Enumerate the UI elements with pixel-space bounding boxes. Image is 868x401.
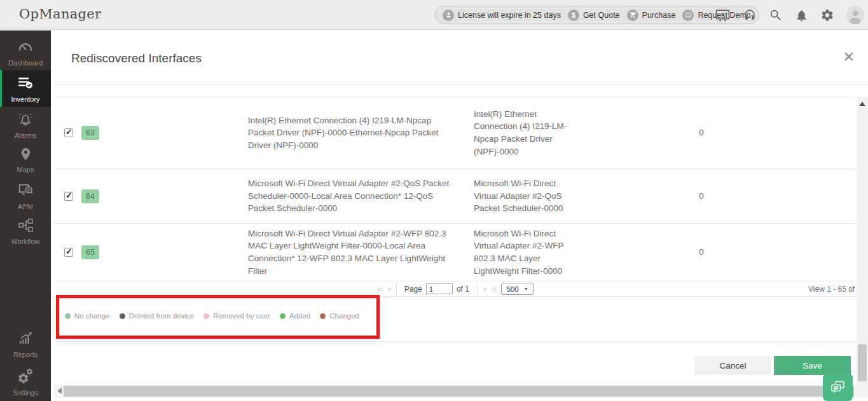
interface-name-cell: Microsoft Wi-Fi Direct Virtual Adapter #…: [248, 177, 453, 215]
page-size-value: 500: [506, 285, 518, 293]
sidebar-spacer: [0, 249, 51, 325]
map-pin-icon: [18, 147, 33, 164]
settings-gear-icon[interactable]: [820, 8, 834, 22]
horizontal-scrollbar[interactable]: [54, 384, 868, 398]
legend-item: Deleted from device: [120, 312, 194, 320]
gauge-icon: [17, 38, 34, 57]
legend-label: Removed by user: [213, 312, 270, 320]
divider: [54, 341, 868, 342]
search-icon[interactable]: [769, 8, 783, 22]
display-name-cell: Microsoft Wi-Fi Direct Virtual Adapter #…: [474, 228, 581, 277]
row-checkbox[interactable]: [64, 128, 73, 137]
sidebar-label: Reports: [13, 351, 38, 358]
sidebar-item-maps[interactable]: Maps: [0, 142, 51, 178]
close-icon[interactable]: ×: [843, 47, 855, 66]
last-page-icon[interactable]: »|: [492, 285, 497, 294]
page-label: Page: [404, 285, 422, 294]
scroll-up-icon[interactable]: [859, 102, 865, 106]
avatar[interactable]: [846, 6, 864, 24]
opmanager-app: OpManager License will expire in 25 days…: [0, 0, 868, 401]
sidebar-label: Dashboard: [8, 59, 43, 67]
index-badge: 63: [81, 126, 99, 140]
sidebar-item-apm[interactable]: APM: [0, 178, 51, 214]
sidebar-item-inventory[interactable]: Inventory: [0, 70, 51, 107]
notifications-bell-icon[interactable]: [795, 9, 808, 22]
chat-button[interactable]: [823, 374, 853, 401]
first-page-icon[interactable]: |«: [377, 285, 382, 294]
app-logo[interactable]: OpManager: [19, 6, 101, 22]
table-row: 63 Intel(R) Ethernet Connection (4) I219…: [54, 97, 857, 169]
legend-item: Removed by user: [203, 312, 270, 320]
apm-monitor-icon: [17, 182, 34, 201]
chevron-down-icon: ▼: [524, 287, 528, 291]
sidebar-label: APM: [18, 203, 33, 210]
sidebar-label: Settings: [13, 389, 38, 397]
get-quote-link[interactable]: $ Get Quote: [568, 10, 620, 21]
alarm-bell-icon: [17, 111, 34, 130]
status-dot: [203, 313, 209, 319]
legend-item: Changed: [320, 312, 359, 320]
legend-item: Added: [280, 312, 310, 320]
value-cell: 0: [596, 246, 806, 259]
next-page-icon[interactable]: »: [483, 285, 486, 294]
sidebar: Dashboard Inventory Alarms: [0, 31, 51, 401]
vertical-scrollbar[interactable]: [857, 97, 868, 398]
prev-page-icon[interactable]: «: [387, 285, 391, 294]
sidebar-label: Inventory: [11, 95, 39, 103]
top-header: OpManager License will expire in 25 days…: [0, 0, 868, 30]
legend-label: Added: [289, 312, 310, 320]
page-of-label: of 1: [457, 285, 469, 294]
sidebar-item-settings[interactable]: Settings: [0, 363, 51, 401]
sidebar-item-dashboard[interactable]: Dashboard: [0, 34, 51, 70]
legend-label: No change: [74, 312, 110, 320]
sidebar-item-reports[interactable]: Reports: [0, 325, 51, 363]
active-indicator: [0, 70, 2, 107]
page-size-select[interactable]: 500 ▼: [501, 283, 533, 295]
status-dot: [280, 313, 286, 319]
divider: [54, 85, 868, 85]
status-dot: [120, 313, 125, 319]
presentation-icon[interactable]: [715, 8, 731, 24]
page-title: Rediscovered Interfaces: [71, 51, 202, 65]
license-notice: License will expire in 25 days: [443, 10, 561, 21]
interface-name-cell: Intel(R) Ethernet Connection (4) I219-LM…: [248, 114, 453, 152]
status-dot: [65, 313, 71, 319]
index-badge: 65: [81, 245, 99, 259]
cart-icon: [627, 10, 638, 21]
purchase-link[interactable]: Purchase: [627, 10, 676, 21]
sidebar-label: Alarms: [15, 132, 36, 139]
rediscovered-interfaces-table: 63 Intel(R) Ethernet Connection (4) I219…: [54, 97, 857, 282]
dollar-icon: $: [568, 10, 579, 21]
value-cell: 0: [596, 126, 806, 139]
index-badge: 64: [81, 189, 99, 203]
save-button[interactable]: Save: [774, 356, 851, 375]
topbar-icons: [715, 6, 864, 25]
workflow-icon: [18, 217, 34, 236]
status-legend: No change Deleted from device Removed by…: [65, 312, 359, 320]
reports-chart-icon: [17, 330, 34, 349]
display-name-cell: Microsoft Wi-Fi Direct Virtual Adapter #…: [474, 177, 581, 215]
gears-icon: [17, 368, 34, 387]
license-notice-text: License will expire in 25 days: [458, 11, 561, 20]
sidebar-item-alarms[interactable]: Alarms: [0, 107, 51, 142]
horizontal-scrollbar-thumb[interactable]: [64, 386, 854, 397]
legend-label: Changed: [329, 312, 359, 320]
table-row: 64 Microsoft Wi-Fi Direct Virtual Adapte…: [54, 169, 857, 224]
table-row: 65 Microsoft Wi-Fi Direct Virtual Adapte…: [54, 224, 857, 282]
headset-icon[interactable]: [743, 8, 757, 22]
sidebar-label: Workflow: [11, 238, 39, 245]
license-pill: License will expire in 25 days $ Get Quo…: [434, 6, 759, 24]
vertical-scrollbar-thumb[interactable]: [858, 344, 867, 381]
value-cell: 0: [596, 190, 806, 203]
license-user-icon: [443, 10, 454, 21]
sidebar-item-workflow[interactable]: Workflow: [0, 214, 51, 249]
row-checkbox[interactable]: [64, 192, 73, 201]
cancel-button[interactable]: Cancel: [694, 356, 771, 375]
sidebar-label: Maps: [17, 166, 34, 173]
purchase-label: Purchase: [642, 11, 676, 20]
get-quote-label: Get Quote: [583, 11, 620, 20]
page-number-input[interactable]: [426, 283, 453, 294]
row-checkbox[interactable]: [64, 248, 73, 257]
inventory-list-icon: [17, 74, 34, 93]
scroll-left-icon[interactable]: [57, 388, 62, 394]
